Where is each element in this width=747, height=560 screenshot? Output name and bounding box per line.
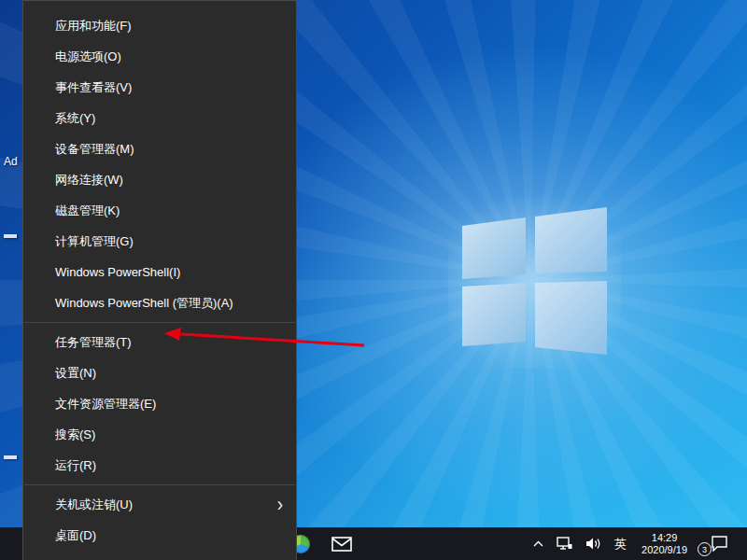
menu-item[interactable]: Windows PowerShell(I) xyxy=(23,257,296,287)
clock-date: 2020/9/19 xyxy=(641,544,687,556)
desktop-icon-fragment[interactable] xyxy=(4,455,17,459)
menu-item[interactable]: Windows PowerShell (管理员)(A) xyxy=(23,287,296,318)
action-center-button[interactable]: 3 xyxy=(696,527,738,560)
clock[interactable]: 14:29 2020/9/19 xyxy=(633,527,696,560)
menu-item[interactable]: 系统(Y) xyxy=(23,103,296,133)
menu-item-label: 设备管理器(M) xyxy=(55,141,134,158)
menu-item[interactable]: 计算机管理(G) xyxy=(23,226,296,257)
menu-item[interactable]: 搜索(S) xyxy=(23,419,296,450)
menu-item-label: 桌面(D) xyxy=(55,527,96,544)
menu-item-label: 系统(Y) xyxy=(55,110,95,127)
menu-item-label: 搜索(S) xyxy=(55,427,95,443)
menu-item-label: 磁盘管理(K) xyxy=(55,203,120,219)
menu-item-label: 运行(R) xyxy=(55,457,96,474)
chevron-up-icon xyxy=(533,540,543,547)
speaker-icon xyxy=(585,537,601,551)
tray-expand-button[interactable] xyxy=(527,527,550,560)
menu-separator xyxy=(24,322,295,323)
menu-item-label: 关机或注销(U) xyxy=(55,497,133,513)
menu-item-label: Windows PowerShell(I) xyxy=(55,265,180,279)
clock-time: 14:29 xyxy=(652,532,678,544)
menu-item[interactable]: 磁盘管理(K) xyxy=(23,195,296,226)
menu-item-label: 计算机管理(G) xyxy=(55,233,134,250)
system-tray: 英 14:29 2020/9/19 3 xyxy=(527,527,747,560)
menu-item[interactable]: 关机或注销(U) › xyxy=(23,489,296,520)
menu-item-label: 任务管理器(T) xyxy=(55,334,132,351)
menu-item[interactable]: 电源选项(O) xyxy=(23,41,296,72)
notification-badge: 3 xyxy=(698,542,712,556)
mail-icon xyxy=(331,537,352,552)
menu-item[interactable]: 桌面(D) xyxy=(23,520,296,551)
menu-item-label: 文件资源管理器(E) xyxy=(55,396,156,413)
chevron-right-icon: › xyxy=(277,494,283,515)
network-icon xyxy=(557,537,572,551)
menu-item[interactable]: 文件资源管理器(E) xyxy=(23,388,296,419)
menu-item-label: 应用和功能(F) xyxy=(55,18,132,35)
network-tray-button[interactable] xyxy=(550,527,579,560)
menu-item-label: 设置(N) xyxy=(55,365,96,382)
menu-item-label: 事件查看器(V) xyxy=(55,79,132,96)
menu-item-label: 电源选项(O) xyxy=(55,49,121,65)
desktop-icon-label-partial[interactable]: Ad xyxy=(4,155,22,168)
menu-item[interactable]: 网络连接(W) xyxy=(23,164,296,195)
ime-indicator[interactable]: 英 xyxy=(608,527,633,560)
menu-item-label: 网络连接(W) xyxy=(55,172,123,189)
menu-item[interactable]: 设备管理器(M) xyxy=(23,133,296,164)
action-center-icon xyxy=(711,536,728,552)
winx-context-menu: 应用和功能(F) 电源选项(O) 事件查看器(V) 系统(Y) 设备管理器(M)… xyxy=(22,0,297,560)
menu-item[interactable]: 运行(R) xyxy=(23,450,296,481)
menu-separator xyxy=(24,484,295,485)
volume-tray-button[interactable] xyxy=(579,527,608,560)
menu-item-label: Windows PowerShell (管理员)(A) xyxy=(55,295,233,312)
menu-item[interactable]: 事件查看器(V) xyxy=(23,72,296,103)
desktop-icon-fragment[interactable] xyxy=(4,234,17,238)
taskbar-mail-button[interactable] xyxy=(321,527,362,560)
menu-item[interactable]: 设置(N) xyxy=(23,357,296,388)
menu-item[interactable]: 应用和功能(F) xyxy=(23,10,296,41)
windows-logo xyxy=(448,196,621,369)
menu-item[interactable]: 任务管理器(T) xyxy=(23,327,296,357)
